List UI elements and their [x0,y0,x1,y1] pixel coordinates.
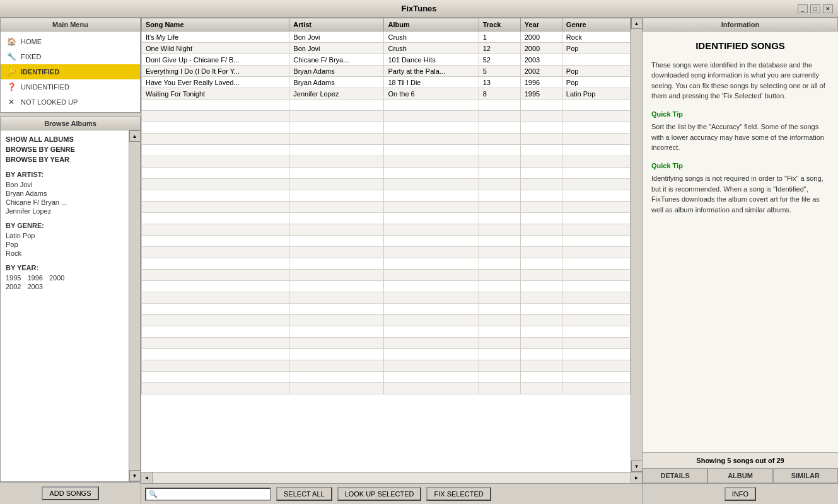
year-1995[interactable]: 1995 [6,273,21,282]
empty-cell [479,247,520,258]
sidebar-item-fixed[interactable]: 🔧 FIXED [1,49,140,64]
sidebar-item-home-label: HOME [21,38,42,45]
cell-year: 1996 [520,77,562,88]
table-row[interactable] [142,338,631,349]
table-row[interactable] [142,281,631,292]
table-row[interactable] [142,168,631,179]
empty-cell [142,360,289,372]
h-scroll-left[interactable]: ◄ [141,472,153,483]
table-row[interactable] [142,326,631,338]
fix-selected-button[interactable]: FIX SELECTED [426,487,491,501]
tab-album[interactable]: ALBUM [707,469,772,483]
col-year[interactable]: Year [520,18,562,32]
artist-chicane[interactable]: Chicane F/ Bryan ... [6,198,124,207]
unidentified-icon: ❓ [6,81,17,93]
song-scroll-up[interactable]: ▲ [631,18,643,29]
col-artist[interactable]: Artist [289,18,384,32]
sidebar-item-not-looked-up[interactable]: ✕ NOT LOOKED UP [1,94,140,110]
table-row[interactable] [142,315,631,326]
year-2002[interactable]: 2002 [6,282,21,291]
table-row[interactable] [142,202,631,213]
cell-genre: Pop [562,66,630,77]
empty-cell [520,111,562,122]
empty-cell [289,247,384,258]
by-artist-header: BY ARTIST: [6,171,124,178]
tab-similar[interactable]: SIMILAR [773,469,838,483]
sidebar-item-unidentified[interactable]: ❓ UNIDENTIFIED [1,79,140,94]
genre-pop[interactable]: Pop [6,240,124,249]
select-all-button[interactable]: SELECT ALL [276,487,332,501]
browse-by-genre-link[interactable]: BROWSE BY GENRE [6,144,124,154]
h-scroll-right[interactable]: ► [631,472,642,483]
table-row[interactable] [142,111,631,122]
empty-cell [289,213,384,224]
table-row[interactable] [142,145,631,156]
table-row[interactable] [142,122,631,134]
artist-jennifer-lopez[interactable]: Jennifer Lopez [6,207,124,215]
year-2000[interactable]: 2000 [49,273,64,282]
table-row[interactable] [142,292,631,304]
table-row[interactable] [142,100,631,111]
show-all-albums-link[interactable]: SHOW ALL ALBUMS [6,134,124,144]
artist-bon-jovi[interactable]: Bon Jovi [6,180,124,189]
table-row[interactable] [142,190,631,202]
table-row[interactable] [142,372,631,383]
genre-latin-pop[interactable]: Latin Pop [6,231,124,240]
table-row[interactable]: Dont Give Up - Chicane F/ B...Chicane F/… [142,54,631,66]
table-row[interactable] [142,360,631,372]
table-row[interactable]: Waiting For TonightJennifer LopezOn the … [142,88,631,100]
col-album[interactable]: Album [384,18,479,32]
empty-cell [289,111,384,122]
info-button[interactable]: INFO [725,487,756,501]
search-input[interactable] [160,490,267,498]
close-button[interactable]: ✕ [823,4,833,13]
browse-by-year-link[interactable]: BROWSE BY YEAR [6,154,124,164]
h-scroll-track[interactable] [153,472,631,483]
table-row[interactable]: Everything I Do (I Do It For Y...Bryan A… [142,66,631,77]
year-1996[interactable]: 1996 [27,273,42,282]
minimize-button[interactable]: _ [798,4,808,13]
empty-cell [384,156,479,168]
table-row[interactable] [142,213,631,224]
table-row[interactable] [142,247,631,258]
sidebar-item-home[interactable]: 🏠 HOME [1,34,140,49]
empty-cell [520,281,562,292]
col-track[interactable]: Track [479,18,520,32]
window-controls[interactable]: _ □ ✕ [798,4,833,13]
add-songs-button[interactable]: ADD SONGS [42,486,98,500]
empty-cell [479,304,520,315]
browse-vscrollbar[interactable]: ▲ ▼ [129,130,140,481]
tab-details[interactable]: DETAILS [643,469,707,483]
year-2003[interactable]: 2003 [27,282,42,291]
browse-scroll[interactable]: SHOW ALL ALBUMS BROWSE BY GENRE BROWSE B… [1,130,129,481]
table-row[interactable] [142,270,631,281]
search-box[interactable]: 🔍 [145,488,271,501]
table-row[interactable] [142,258,631,270]
table-row[interactable] [142,179,631,190]
col-song-name[interactable]: Song Name [142,18,289,32]
h-scrollbar[interactable]: ◄ ► [141,472,642,483]
table-row[interactable] [142,349,631,360]
song-scroll-down[interactable]: ▼ [631,461,643,472]
maximize-button[interactable]: □ [810,4,820,13]
table-row[interactable] [142,383,631,394]
sidebar-item-identified[interactable]: 🔑 IDENTIFIED [1,64,140,79]
table-row[interactable]: It's My LifeBon JoviCrush12000Rock [142,32,631,43]
artist-bryan-adams[interactable]: Bryan Adams [6,189,124,198]
cell-album: Crush [384,43,479,54]
genre-rock[interactable]: Rock [6,249,124,258]
look-up-selected-button[interactable]: LOOK UP SELECTED [337,487,422,501]
song-table-vscrollbar[interactable]: ▲ ▼ [631,18,642,472]
table-row[interactable] [142,224,631,236]
col-genre[interactable]: Genre [562,18,630,32]
table-row[interactable] [142,236,631,247]
table-row[interactable] [142,304,631,315]
table-row[interactable]: Have You Ever Really Loved...Bryan Adams… [142,77,631,88]
table-row[interactable] [142,156,631,168]
table-row[interactable] [142,134,631,145]
song-table-scroll[interactable]: Song Name Artist Album Track Year Genre … [141,18,631,472]
browse-scroll-down[interactable]: ▼ [129,470,141,481]
browse-scroll-up[interactable]: ▲ [129,130,141,142]
empty-cell [479,326,520,338]
table-row[interactable]: One Wild NightBon JoviCrush122000Pop [142,43,631,54]
